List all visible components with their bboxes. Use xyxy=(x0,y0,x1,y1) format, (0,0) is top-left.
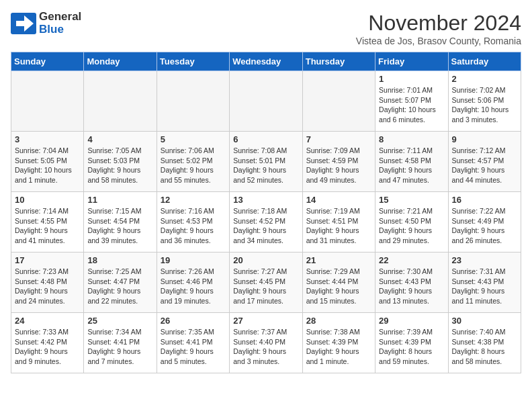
day-number: 25 xyxy=(87,316,152,326)
day-info: Sunrise: 7:09 AMSunset: 4:59 PMDaylight:… xyxy=(306,146,371,185)
day-info: Sunrise: 7:27 AMSunset: 4:45 PMDaylight:… xyxy=(233,267,298,306)
day-info: Sunrise: 7:25 AMSunset: 4:47 PMDaylight:… xyxy=(87,267,152,306)
day-info: Sunrise: 7:08 AMSunset: 5:01 PMDaylight:… xyxy=(233,146,298,185)
day-info: Sunrise: 7:23 AMSunset: 4:48 PMDaylight:… xyxy=(15,267,80,306)
calendar-cell: 5Sunrise: 7:06 AMSunset: 5:02 PMDaylight… xyxy=(157,132,229,192)
calendar-cell: 23Sunrise: 7:31 AMSunset: 4:43 PMDayligh… xyxy=(448,253,521,313)
day-number: 4 xyxy=(87,134,152,144)
day-number: 1 xyxy=(379,74,444,84)
title-section: November 2024 Vistea de Jos, Brasov Coun… xyxy=(356,11,521,46)
logo-general-text: General xyxy=(39,11,81,24)
day-info: Sunrise: 7:02 AMSunset: 5:06 PMDaylight:… xyxy=(452,85,517,125)
day-info: Sunrise: 7:19 AMSunset: 4:51 PMDaylight:… xyxy=(306,206,371,246)
calendar-cell: 17Sunrise: 7:23 AMSunset: 4:48 PMDayligh… xyxy=(11,253,84,313)
day-info: Sunrise: 7:33 AMSunset: 4:42 PMDaylight:… xyxy=(15,327,80,367)
day-info: Sunrise: 7:29 AMSunset: 4:44 PMDaylight:… xyxy=(306,267,371,306)
calendar-cell: 16Sunrise: 7:22 AMSunset: 4:49 PMDayligh… xyxy=(448,192,521,253)
calendar-cell: 9Sunrise: 7:12 AMSunset: 4:57 PMDaylight… xyxy=(448,132,521,192)
calendar-cell: 8Sunrise: 7:11 AMSunset: 4:58 PMDaylight… xyxy=(375,132,448,192)
day-number: 27 xyxy=(233,316,298,326)
calendar-week-5: 24Sunrise: 7:33 AMSunset: 4:42 PMDayligh… xyxy=(11,313,521,373)
weekday-header-saturday: Saturday xyxy=(448,52,521,71)
day-number: 21 xyxy=(306,255,371,265)
weekday-header-wednesday: Wednesday xyxy=(230,52,302,71)
month-title: November 2024 xyxy=(356,11,521,36)
calendar-cell: 10Sunrise: 7:14 AMSunset: 4:55 PMDayligh… xyxy=(11,192,84,253)
day-number: 17 xyxy=(15,255,80,265)
calendar-cell: 1Sunrise: 7:01 AMSunset: 5:07 PMDaylight… xyxy=(375,71,448,132)
day-info: Sunrise: 7:30 AMSunset: 4:43 PMDaylight:… xyxy=(379,267,444,306)
day-number: 2 xyxy=(452,74,517,84)
day-number: 28 xyxy=(306,316,371,326)
calendar-week-3: 10Sunrise: 7:14 AMSunset: 4:55 PMDayligh… xyxy=(11,192,521,253)
day-info: Sunrise: 7:22 AMSunset: 4:49 PMDaylight:… xyxy=(452,206,517,246)
day-info: Sunrise: 7:39 AMSunset: 4:39 PMDaylight:… xyxy=(379,327,444,367)
day-info: Sunrise: 7:14 AMSunset: 4:55 PMDaylight:… xyxy=(15,206,80,246)
calendar-cell xyxy=(302,71,375,132)
calendar-week-1: 1Sunrise: 7:01 AMSunset: 5:07 PMDaylight… xyxy=(11,71,521,132)
day-info: Sunrise: 7:11 AMSunset: 4:58 PMDaylight:… xyxy=(379,146,444,185)
weekday-header-sunday: Sunday xyxy=(11,52,84,71)
calendar-cell xyxy=(84,71,157,132)
day-number: 23 xyxy=(452,255,517,265)
calendar-cell: 26Sunrise: 7:35 AMSunset: 4:41 PMDayligh… xyxy=(157,313,229,373)
day-number: 3 xyxy=(15,134,80,144)
logo-blue-text: Blue xyxy=(39,24,81,36)
day-info: Sunrise: 7:01 AMSunset: 5:07 PMDaylight:… xyxy=(379,85,444,125)
calendar-week-2: 3Sunrise: 7:04 AMSunset: 5:05 PMDaylight… xyxy=(11,132,521,192)
day-info: Sunrise: 7:12 AMSunset: 4:57 PMDaylight:… xyxy=(452,146,517,185)
calendar-cell: 12Sunrise: 7:16 AMSunset: 4:53 PMDayligh… xyxy=(157,192,229,253)
day-number: 18 xyxy=(87,255,152,265)
calendar-cell xyxy=(11,71,84,132)
day-number: 26 xyxy=(161,316,226,326)
calendar-cell: 28Sunrise: 7:38 AMSunset: 4:39 PMDayligh… xyxy=(302,313,375,373)
day-number: 5 xyxy=(161,134,226,144)
day-info: Sunrise: 7:37 AMSunset: 4:40 PMDaylight:… xyxy=(233,327,298,367)
day-number: 29 xyxy=(379,316,444,326)
calendar-cell: 2Sunrise: 7:02 AMSunset: 5:06 PMDaylight… xyxy=(448,71,521,132)
calendar-table: SundayMondayTuesdayWednesdayThursdayFrid… xyxy=(11,52,521,373)
calendar-cell: 11Sunrise: 7:15 AMSunset: 4:54 PMDayligh… xyxy=(84,192,157,253)
day-info: Sunrise: 7:31 AMSunset: 4:43 PMDaylight:… xyxy=(452,267,517,306)
day-number: 14 xyxy=(306,195,371,205)
calendar-cell: 18Sunrise: 7:25 AMSunset: 4:47 PMDayligh… xyxy=(84,253,157,313)
calendar-cell: 7Sunrise: 7:09 AMSunset: 4:59 PMDaylight… xyxy=(302,132,375,192)
calendar-cell: 24Sunrise: 7:33 AMSunset: 4:42 PMDayligh… xyxy=(11,313,84,373)
day-number: 6 xyxy=(233,134,298,144)
calendar-cell: 15Sunrise: 7:21 AMSunset: 4:50 PMDayligh… xyxy=(375,192,448,253)
calendar-cell: 29Sunrise: 7:39 AMSunset: 4:39 PMDayligh… xyxy=(375,313,448,373)
location-subtitle: Vistea de Jos, Brasov County, Romania xyxy=(356,36,521,46)
calendar-cell: 4Sunrise: 7:05 AMSunset: 5:03 PMDaylight… xyxy=(84,132,157,192)
logo-icon xyxy=(11,13,36,34)
logo: General Blue xyxy=(11,11,81,36)
calendar-cell xyxy=(230,71,302,132)
day-number: 30 xyxy=(452,316,517,326)
calendar-cell: 3Sunrise: 7:04 AMSunset: 5:05 PMDaylight… xyxy=(11,132,84,192)
day-info: Sunrise: 7:34 AMSunset: 4:41 PMDaylight:… xyxy=(87,327,152,367)
day-number: 13 xyxy=(233,195,298,205)
day-number: 19 xyxy=(161,255,226,265)
calendar-cell: 30Sunrise: 7:40 AMSunset: 4:38 PMDayligh… xyxy=(448,313,521,373)
day-number: 22 xyxy=(379,255,444,265)
day-info: Sunrise: 7:40 AMSunset: 4:38 PMDaylight:… xyxy=(452,327,517,367)
calendar-cell: 6Sunrise: 7:08 AMSunset: 5:01 PMDaylight… xyxy=(230,132,302,192)
day-info: Sunrise: 7:26 AMSunset: 4:46 PMDaylight:… xyxy=(161,267,226,306)
day-number: 15 xyxy=(379,195,444,205)
calendar-cell: 20Sunrise: 7:27 AMSunset: 4:45 PMDayligh… xyxy=(230,253,302,313)
day-number: 8 xyxy=(379,134,444,144)
day-number: 7 xyxy=(306,134,371,144)
day-info: Sunrise: 7:05 AMSunset: 5:03 PMDaylight:… xyxy=(87,146,152,185)
day-info: Sunrise: 7:16 AMSunset: 4:53 PMDaylight:… xyxy=(161,206,226,246)
page-header: General Blue November 2024 Vistea de Jos… xyxy=(11,11,521,46)
calendar-cell: 27Sunrise: 7:37 AMSunset: 4:40 PMDayligh… xyxy=(230,313,302,373)
weekday-header-tuesday: Tuesday xyxy=(157,52,229,71)
day-info: Sunrise: 7:18 AMSunset: 4:52 PMDaylight:… xyxy=(233,206,298,246)
day-number: 11 xyxy=(87,195,152,205)
day-info: Sunrise: 7:35 AMSunset: 4:41 PMDaylight:… xyxy=(161,327,226,367)
day-info: Sunrise: 7:04 AMSunset: 5:05 PMDaylight:… xyxy=(15,146,80,185)
day-number: 10 xyxy=(15,195,80,205)
day-info: Sunrise: 7:15 AMSunset: 4:54 PMDaylight:… xyxy=(87,206,152,246)
calendar-week-4: 17Sunrise: 7:23 AMSunset: 4:48 PMDayligh… xyxy=(11,253,521,313)
day-number: 9 xyxy=(452,134,517,144)
calendar-cell: 22Sunrise: 7:30 AMSunset: 4:43 PMDayligh… xyxy=(375,253,448,313)
